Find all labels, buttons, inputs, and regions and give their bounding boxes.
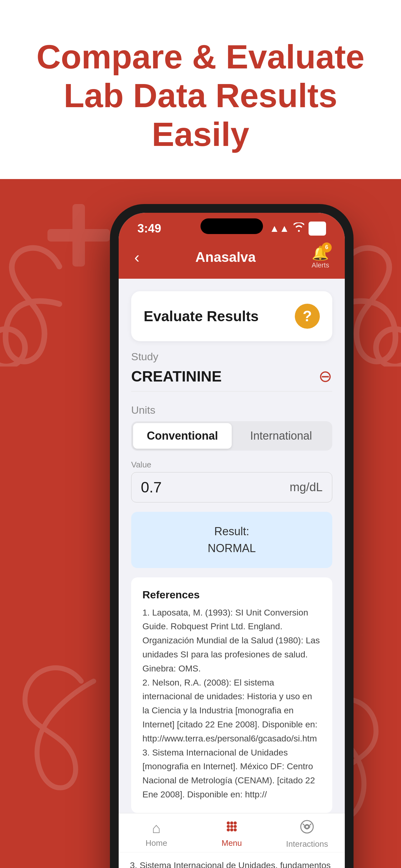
- red-section: 3:49 ▲▲ 47: [0, 179, 401, 868]
- value-field[interactable]: 0.7 mg/dL: [131, 472, 332, 502]
- unit-text: mg/dL: [290, 480, 323, 494]
- study-name: CREATININE: [131, 368, 222, 385]
- status-bar: 3:49 ▲▲ 47: [119, 213, 345, 239]
- study-section: Study CREATININE ⊖: [131, 350, 332, 395]
- references-title: References: [142, 589, 321, 601]
- result-value: NORMAL: [208, 542, 256, 555]
- units-toggle: Conventional International: [131, 421, 332, 451]
- menu-icon: [225, 819, 238, 836]
- international-option[interactable]: International: [232, 423, 330, 449]
- evaluate-results-title: Evaluate Results: [144, 308, 259, 324]
- conventional-option[interactable]: Conventional: [133, 423, 232, 449]
- remove-study-button[interactable]: ⊖: [319, 368, 332, 384]
- swirl-bottom-left-decoration: [0, 650, 109, 806]
- back-button[interactable]: ‹: [134, 248, 140, 266]
- study-label: Study: [131, 350, 332, 363]
- status-icons: ▲▲ 47: [269, 221, 326, 236]
- result-text: Result: NORMAL: [142, 523, 321, 557]
- overflow-text: 3. Sistema Internacional de Unidades, fu…: [130, 859, 334, 868]
- svg-point-13: [301, 820, 313, 833]
- hero-title: Compare & Evaluate Lab Data Results Easi…: [25, 37, 376, 154]
- content-area: Evaluate Results ? Study CREATININE ⊖: [119, 279, 345, 813]
- svg-point-5: [230, 822, 233, 825]
- svg-point-10: [227, 828, 230, 832]
- interactions-icon: [300, 819, 314, 837]
- result-box: Result: NORMAL: [131, 512, 332, 568]
- card-header: Evaluate Results ?: [144, 304, 320, 329]
- tab-interactions[interactable]: Interactions: [269, 819, 345, 849]
- wifi-icon: [294, 222, 304, 234]
- svg-point-9: [234, 825, 237, 828]
- alerts-badge: 6: [322, 243, 332, 252]
- evaluate-results-card: Evaluate Results ?: [131, 291, 332, 341]
- alerts-button[interactable]: 🔔 6 Alerts: [312, 245, 329, 269]
- svg-point-11: [230, 828, 233, 832]
- tab-menu[interactable]: Menu: [194, 819, 269, 849]
- svg-point-12: [234, 828, 237, 832]
- svg-rect-3: [47, 229, 110, 242]
- svg-point-6: [234, 822, 237, 825]
- study-row: CREATININE ⊖: [131, 368, 332, 392]
- value-label: Value: [131, 460, 332, 470]
- references-card: References 1. Laposata, M. (1993): SI Un…: [131, 578, 332, 813]
- alerts-label: Alerts: [312, 261, 329, 269]
- value-section: Value 0.7 mg/dL: [131, 460, 332, 502]
- value-number: 0.7: [141, 479, 162, 496]
- phone-frame: 3:49 ▲▲ 47: [110, 204, 354, 868]
- svg-point-7: [227, 825, 230, 828]
- nav-bar: ‹ Anasalva 🔔 6 Alerts: [119, 239, 345, 279]
- home-label: Home: [145, 838, 167, 848]
- svg-point-8: [230, 825, 233, 828]
- units-section: Units Conventional International: [131, 404, 332, 451]
- home-icon: ⌂: [152, 819, 161, 836]
- svg-point-14: [305, 825, 308, 828]
- svg-point-4: [227, 822, 230, 825]
- phone-wrapper: 3:49 ▲▲ 47: [110, 204, 354, 868]
- units-label: Units: [131, 404, 332, 416]
- nav-title: Anasalva: [196, 249, 256, 265]
- dynamic-island: [201, 218, 263, 234]
- tab-bar: ⌂ Home Menu: [119, 813, 345, 852]
- help-button[interactable]: ?: [295, 304, 320, 329]
- tab-home[interactable]: ⌂ Home: [119, 819, 194, 849]
- result-label: Result:: [214, 525, 249, 538]
- hero-section: Compare & Evaluate Lab Data Results Easi…: [0, 0, 401, 179]
- battery-badge: 47: [308, 221, 326, 236]
- references-text: 1. Laposata, M. (1993): SI Unit Conversi…: [142, 606, 321, 802]
- menu-label: Menu: [222, 838, 242, 848]
- cross-decoration: [47, 204, 110, 267]
- status-time: 3:49: [137, 222, 161, 235]
- interactions-label: Interactions: [286, 839, 328, 849]
- overflow-hint: 3. Sistema Internacional de Unidades, fu…: [119, 852, 345, 868]
- signal-icon: ▲▲: [269, 223, 289, 234]
- phone-screen: 3:49 ▲▲ 47: [119, 213, 345, 868]
